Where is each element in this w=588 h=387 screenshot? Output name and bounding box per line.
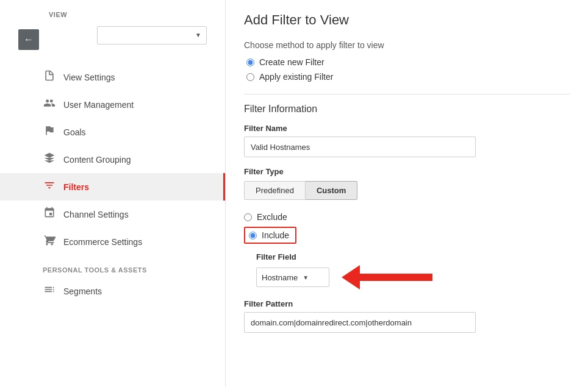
- red-arrow-indicator: [342, 265, 432, 289]
- sidebar-item-label: User Management: [63, 100, 134, 110]
- field-dropdown-value: Hostname: [262, 273, 298, 282]
- sidebar-item-label: View Settings: [63, 73, 115, 82]
- page-title: Add Filter to View: [244, 12, 570, 28]
- filter-method-section: Choose method to apply filter to view Cr…: [244, 40, 570, 82]
- filter-type-buttons: Predefined Custom: [244, 181, 570, 200]
- view-dropdown[interactable]: ▼: [97, 26, 207, 44]
- sidebar-item-label: Segments: [63, 286, 102, 296]
- filter-name-input[interactable]: [244, 137, 476, 157]
- include-box: Include: [244, 227, 296, 244]
- content-grouping-icon: [43, 152, 56, 167]
- sidebar-item-label: Content Grouping: [63, 155, 131, 165]
- sidebar-item-goals[interactable]: Goals: [0, 118, 225, 146]
- sidebar-item-label: Filters: [63, 182, 89, 192]
- create-new-filter-radio[interactable]: [246, 59, 254, 66]
- include-radio[interactable]: [249, 232, 257, 240]
- back-icon: ←: [24, 34, 34, 45]
- divider: [244, 94, 570, 94]
- custom-button[interactable]: Custom: [306, 181, 357, 200]
- sidebar-item-segments[interactable]: Segments: [0, 277, 225, 305]
- view-label: VIEW: [0, 6, 225, 20]
- exclude-radio[interactable]: [244, 213, 252, 221]
- sidebar-item-user-management[interactable]: User Management: [0, 91, 225, 118]
- dropdown-arrow-icon: ▼: [195, 32, 206, 38]
- back-button[interactable]: ←: [18, 29, 39, 50]
- include-option[interactable]: Include: [249, 230, 289, 240]
- apply-existing-filter-label: Apply existing Filter: [259, 72, 333, 82]
- filter-field-section: Filter Field Hostname ▼: [256, 252, 570, 289]
- filter-pattern-label: Filter Pattern: [244, 299, 570, 308]
- flag-icon: [43, 124, 56, 140]
- personal-tools-section-label: PERSONAL TOOLS & ASSETS: [0, 255, 225, 277]
- field-dropdown[interactable]: Hostname ▼: [256, 268, 329, 287]
- field-dropdown-row: Hostname ▼: [256, 265, 570, 289]
- include-exclude-group: Exclude Include: [244, 212, 570, 244]
- sidebar-item-label: Goals: [63, 127, 86, 137]
- document-icon: [43, 69, 56, 85]
- apply-existing-filter-radio[interactable]: [246, 73, 254, 81]
- sidebar-item-label: Ecommerce Settings: [63, 237, 142, 247]
- filter-pattern-input[interactable]: [244, 312, 476, 333]
- exclude-label: Exclude: [257, 212, 287, 222]
- create-new-filter-option[interactable]: Create new Filter: [246, 57, 570, 67]
- predefined-button[interactable]: Predefined: [244, 181, 306, 200]
- method-radio-group: Create new Filter Apply existing Filter: [246, 57, 570, 82]
- dropdown-arrow-icon: ▼: [303, 274, 309, 281]
- apply-existing-filter-option[interactable]: Apply existing Filter: [246, 72, 570, 82]
- filter-name-label: Filter Name: [244, 124, 570, 133]
- sidebar-item-content-grouping[interactable]: Content Grouping: [0, 146, 225, 173]
- people-icon: [43, 97, 56, 112]
- sidebar-item-filters[interactable]: Filters: [0, 173, 225, 201]
- sidebar: VIEW ← ▼ View Settings User Management: [0, 0, 226, 387]
- sidebar-item-label: Channel Settings: [63, 210, 129, 219]
- filter-type-label: Filter Type: [244, 167, 570, 176]
- arrow-head: [342, 265, 360, 289]
- main-content: Add Filter to View Choose method to appl…: [226, 0, 588, 387]
- include-label: Include: [262, 230, 289, 240]
- segments-icon: [43, 283, 56, 299]
- filter-info-title: Filter Information: [244, 104, 570, 115]
- arrow-body: [359, 274, 432, 281]
- sidebar-item-view-settings[interactable]: View Settings: [0, 63, 225, 91]
- exclude-option[interactable]: Exclude: [244, 212, 570, 222]
- sidebar-item-ecommerce-settings[interactable]: Ecommerce Settings: [0, 228, 225, 255]
- channel-icon: [43, 207, 56, 222]
- filter-field-label: Filter Field: [256, 252, 570, 261]
- create-new-filter-label: Create new Filter: [259, 57, 324, 67]
- filter-icon: [43, 179, 56, 194]
- sidebar-item-channel-settings[interactable]: Channel Settings: [0, 201, 225, 228]
- method-title: Choose method to apply filter to view: [244, 40, 570, 50]
- ecommerce-icon: [43, 234, 56, 249]
